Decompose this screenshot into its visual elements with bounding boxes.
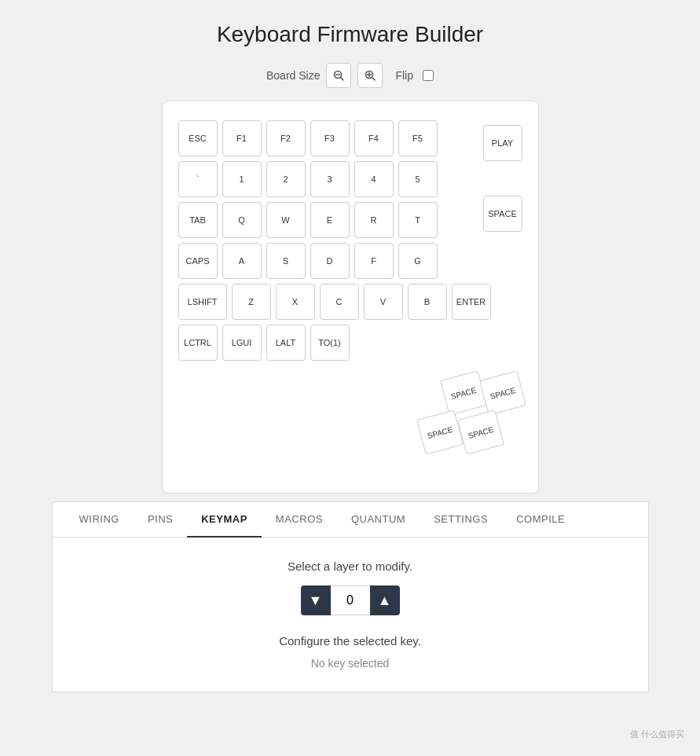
key-space-floating[interactable]: SPACE — [483, 196, 522, 232]
key-s[interactable]: S — [266, 243, 306, 279]
keyboard-area: ESC F1 F2 F3 F4 F5 ` 1 2 3 4 5 TAB Q W E… — [162, 101, 539, 494]
key-lctrl[interactable]: LCTRL — [178, 325, 218, 361]
key-w[interactable]: W — [266, 202, 306, 238]
layer-value-input[interactable] — [331, 585, 370, 615]
key-f5[interactable]: F5 — [398, 120, 438, 156]
key-caps[interactable]: CAPS — [178, 243, 218, 279]
key-4[interactable]: 4 — [354, 161, 394, 197]
key-1[interactable]: 1 — [222, 161, 262, 197]
key-esc[interactable]: ESC — [178, 120, 218, 156]
key-5[interactable]: 5 — [398, 161, 438, 197]
key-row-1: ESC F1 F2 F3 F4 F5 — [178, 120, 522, 156]
key-f3[interactable]: F3 — [310, 120, 350, 156]
board-size-label: Board Size — [266, 69, 320, 82]
toolbar: Board Size Flip — [266, 63, 434, 88]
key-a[interactable]: A — [222, 243, 262, 279]
page-title: Keyboard Firmware Builder — [217, 0, 483, 63]
key-to1[interactable]: TO(1) — [310, 325, 350, 361]
key-tab[interactable]: TAB — [178, 202, 218, 238]
key-enter[interactable]: ENTER — [452, 284, 491, 320]
layer-increment-button[interactable]: ▲ — [370, 585, 400, 615]
key-f[interactable]: F — [354, 243, 394, 279]
key-x[interactable]: X — [276, 284, 315, 320]
tab-macros[interactable]: MACROS — [262, 502, 337, 538]
tabs-bar: WIRING PINS KEYMAP MACROS QUANTUM SETTIN… — [53, 502, 648, 538]
key-2[interactable]: 2 — [266, 161, 306, 197]
key-f2[interactable]: F2 — [266, 120, 306, 156]
flip-label: Flip — [395, 69, 413, 82]
key-space-rot2[interactable]: SPACE — [478, 370, 526, 415]
flip-checkbox[interactable] — [423, 70, 434, 81]
tab-compile[interactable]: COMPILE — [502, 502, 579, 538]
key-play[interactable]: PLAY — [483, 125, 522, 161]
tabs-section: WIRING PINS KEYMAP MACROS QUANTUM SETTIN… — [52, 501, 649, 692]
tab-wiring[interactable]: WIRING — [65, 502, 134, 538]
key-z[interactable]: Z — [232, 284, 271, 320]
key-r[interactable]: R — [354, 202, 394, 238]
configure-text: Configure the selected key. — [71, 634, 629, 648]
key-row-3: TAB Q W E R T — [178, 202, 522, 238]
tab-quantum[interactable]: QUANTUM — [337, 502, 420, 538]
svg-line-1 — [341, 78, 344, 81]
key-d[interactable]: D — [310, 243, 350, 279]
key-lalt[interactable]: LALT — [266, 325, 306, 361]
watermark: 值 什么值得买 — [630, 728, 684, 740]
no-key-selected-text: No key selected — [71, 657, 629, 670]
key-lgui[interactable]: LGUI — [222, 325, 262, 361]
tab-settings[interactable]: SETTINGS — [420, 502, 502, 538]
key-space-rot1[interactable]: SPACE — [439, 370, 486, 415]
key-space-rot4[interactable]: SPACE — [456, 409, 504, 454]
key-3[interactable]: 3 — [310, 161, 350, 197]
key-row-5: LSHIFT Z X C V B ENTER — [178, 284, 522, 320]
key-v[interactable]: V — [364, 284, 403, 320]
tab-keymap[interactable]: KEYMAP — [187, 502, 262, 538]
key-f4[interactable]: F4 — [354, 120, 394, 156]
key-q[interactable]: Q — [222, 202, 262, 238]
key-e[interactable]: E — [310, 202, 350, 238]
key-b[interactable]: B — [408, 284, 447, 320]
key-row-2: ` 1 2 3 4 5 — [178, 161, 522, 197]
zoom-out-button[interactable] — [326, 63, 351, 88]
key-t[interactable]: T — [398, 202, 438, 238]
key-row-4: CAPS A S D F G — [178, 243, 522, 279]
select-layer-text: Select a layer to modify. — [71, 560, 629, 573]
rotated-keys-cluster: SPACE SPACE SPACE SPACE — [412, 375, 522, 469]
key-space-rot3[interactable]: SPACE — [416, 409, 463, 454]
key-f1[interactable]: F1 — [222, 120, 262, 156]
layer-control: ▼ ▲ — [71, 585, 629, 615]
zoom-in-button[interactable] — [357, 63, 383, 88]
svg-line-4 — [372, 78, 376, 81]
key-g[interactable]: G — [398, 243, 438, 279]
key-lshift[interactable]: LSHIFT — [178, 284, 227, 320]
key-row-6: LCTRL LGUI LALT TO(1) — [178, 325, 522, 361]
key-backtick[interactable]: ` — [178, 161, 218, 197]
layer-decrement-button[interactable]: ▼ — [301, 585, 331, 615]
tab-content-keymap: Select a layer to modify. ▼ ▲ Configure … — [53, 538, 648, 692]
key-c[interactable]: C — [320, 284, 359, 320]
tab-pins[interactable]: PINS — [134, 502, 187, 538]
